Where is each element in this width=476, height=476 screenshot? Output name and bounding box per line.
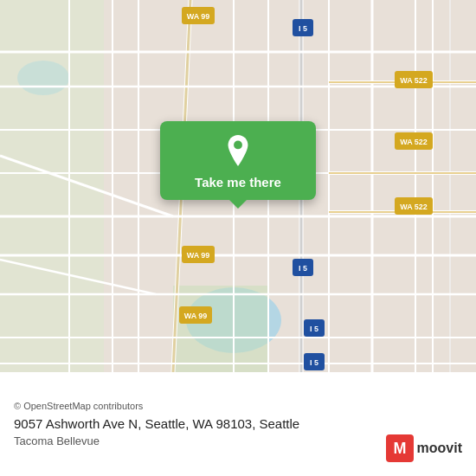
svg-text:WA 99: WA 99 (184, 312, 208, 320)
copyright-text: © OpenStreetMap contributors (14, 401, 462, 411)
svg-text:WA 99: WA 99 (187, 12, 210, 21)
svg-text:WA 522: WA 522 (400, 76, 428, 85)
map-container: WA 99 I 5 WA 522 WA 522 WA 522 WA 99 I 5… (0, 0, 476, 476)
svg-text:WA 99: WA 99 (187, 251, 210, 260)
moovit-logo: M moovit (386, 434, 462, 462)
moovit-icon: M (386, 434, 414, 462)
map-background[interactable]: WA 99 I 5 WA 522 WA 522 WA 522 WA 99 I 5… (0, 0, 476, 372)
svg-text:I 5: I 5 (299, 24, 307, 33)
address-text: 9057 Ashworth Ave N, Seattle, WA 98103, … (14, 416, 462, 431)
svg-text:M: M (393, 440, 406, 457)
copyright-label: © OpenStreetMap contributors (14, 401, 143, 411)
svg-text:WA 522: WA 522 (400, 138, 428, 146)
svg-rect-4 (173, 286, 268, 372)
svg-text:I 5: I 5 (310, 358, 318, 367)
location-popup[interactable]: Take me there (160, 121, 316, 200)
bottom-info-bar: © OpenStreetMap contributors 9057 Ashwor… (0, 372, 476, 476)
svg-text:I 5: I 5 (310, 325, 318, 333)
moovit-label: moovit (417, 441, 462, 456)
location-pin-icon (222, 135, 254, 166)
svg-text:WA 522: WA 522 (400, 203, 428, 211)
svg-point-56 (234, 141, 242, 150)
take-me-there-button[interactable]: Take me there (195, 175, 281, 190)
svg-text:I 5: I 5 (299, 264, 307, 273)
